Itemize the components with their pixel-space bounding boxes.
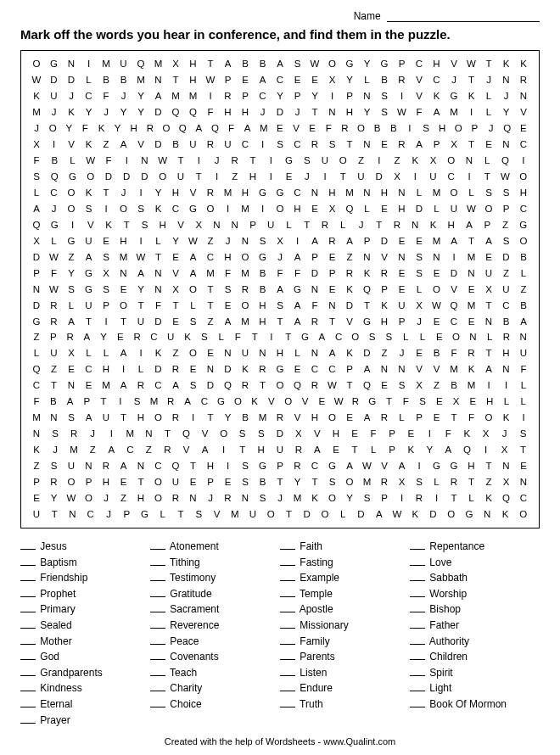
grid-cell: H	[465, 458, 479, 474]
word-checkbox-line[interactable]	[280, 549, 295, 550]
word-item: Temple	[280, 586, 410, 602]
grid-cell: R	[48, 314, 61, 330]
word-checkbox-line[interactable]	[280, 596, 295, 597]
word-checkbox-line[interactable]	[20, 644, 36, 645]
word-checkbox-line[interactable]	[150, 675, 165, 676]
word-checkbox-line[interactable]	[280, 628, 295, 629]
word-checkbox-line[interactable]	[410, 644, 425, 645]
grid-cell: O	[482, 201, 496, 217]
word-checkbox-line[interactable]	[150, 659, 165, 660]
word-checkbox-line[interactable]	[20, 565, 36, 566]
grid-cell: S	[221, 282, 235, 298]
name-input-line[interactable]	[387, 21, 540, 22]
word-checkbox-line[interactable]	[150, 612, 165, 612]
grid-cell: T	[204, 282, 217, 298]
grid-cell: R	[143, 120, 157, 137]
word-label: Apostle	[297, 603, 333, 615]
grid-cell: P	[343, 88, 356, 104]
word-checkbox-line[interactable]	[410, 659, 425, 660]
word-checkbox-line[interactable]	[410, 628, 425, 629]
word-checkbox-line[interactable]	[410, 549, 425, 550]
grid-cell: Z	[390, 153, 404, 169]
word-checkbox-line[interactable]	[280, 675, 295, 676]
word-checkbox-line[interactable]	[20, 628, 36, 629]
grid-cell: O	[152, 410, 165, 426]
word-checkbox-line[interactable]	[280, 659, 295, 660]
grid-cell: S	[412, 474, 426, 490]
grid-cell: L	[361, 72, 374, 88]
grid-cell: O	[318, 506, 332, 523]
word-checkbox-line[interactable]	[280, 565, 295, 566]
grid-cell: I	[192, 153, 205, 169]
word-checkbox-line[interactable]	[20, 612, 36, 612]
grid-cell: G	[138, 506, 152, 523]
word-item: Teach	[150, 665, 280, 681]
grid-cell: V	[174, 217, 188, 233]
grid-cell: Q	[169, 104, 182, 120]
word-checkbox-line[interactable]	[410, 596, 425, 597]
word-label: Truth	[297, 698, 323, 710]
grid-cell: H	[187, 72, 200, 88]
word-checkbox-line[interactable]	[410, 707, 425, 707]
word-checkbox-line[interactable]	[20, 659, 36, 660]
word-checkbox-line[interactable]	[410, 691, 425, 691]
grid-cell: H	[308, 410, 322, 426]
word-checkbox-line[interactable]	[20, 549, 36, 550]
word-checkbox-line[interactable]	[20, 596, 36, 597]
word-checkbox-line[interactable]	[150, 691, 165, 691]
grid-cell: X	[326, 201, 339, 217]
grid-cell: Z	[30, 329, 43, 345]
grid-cell: D	[300, 506, 314, 523]
word-checkbox-line[interactable]	[280, 691, 295, 691]
grid-cell: A	[64, 314, 78, 330]
grid-cell: T	[248, 329, 261, 345]
grid-cell: E	[517, 120, 530, 137]
word-checkbox-line[interactable]	[20, 723, 36, 724]
grid-cell: U	[48, 88, 61, 104]
word-checkbox-line[interactable]	[280, 707, 295, 707]
word-checkbox-line[interactable]	[150, 580, 165, 581]
grid-cell: F	[367, 426, 380, 442]
grid-cell: G	[215, 394, 228, 410]
word-checkbox-line[interactable]	[150, 644, 165, 645]
word-checkbox-line[interactable]	[150, 628, 165, 629]
grid-cell: H	[255, 442, 268, 458]
grid-cell: Z	[355, 153, 368, 169]
word-checkbox-line[interactable]	[410, 580, 425, 581]
grid-cell: F	[99, 88, 113, 104]
word-checkbox-line[interactable]	[280, 580, 295, 581]
grid-cell: O	[343, 474, 356, 490]
grid-cell: B	[430, 345, 444, 361]
grid-cell: N	[48, 410, 61, 426]
word-checkbox-line[interactable]	[20, 580, 36, 581]
grid-row: ZSUNRANCQTHISGPRCGAWVAIGGHTNE	[25, 458, 535, 474]
grid-cell: U	[82, 233, 96, 249]
word-checkbox-line[interactable]	[150, 549, 165, 550]
grid-cell: O	[82, 490, 96, 506]
word-checkbox-line[interactable]	[20, 707, 36, 707]
grid-cell: A	[117, 378, 131, 394]
grid-cell: N	[500, 361, 513, 378]
grid-cell: V	[412, 72, 426, 88]
grid-cell: H	[238, 185, 252, 201]
word-checkbox-line[interactable]	[410, 565, 425, 566]
grid-cell: J	[210, 153, 224, 169]
grid-row: MJKYJYYDQQFHHJDJTNHYSWFAMILYV	[25, 104, 535, 120]
word-checkbox-line[interactable]	[150, 565, 165, 566]
word-checkbox-line[interactable]	[20, 691, 36, 691]
word-checkbox-line[interactable]	[410, 612, 425, 612]
grid-cell: R	[291, 458, 305, 474]
grid-cell: I	[265, 329, 278, 345]
word-item: Prophet	[20, 586, 150, 602]
word-checkbox-line[interactable]	[410, 675, 425, 676]
grid-cell: S	[48, 458, 61, 474]
grid-cell: C	[82, 361, 96, 378]
grid-cell: Y	[291, 474, 305, 490]
grid-cell: T	[152, 249, 165, 266]
word-checkbox-line[interactable]	[280, 644, 295, 645]
word-checkbox-line[interactable]	[20, 675, 36, 676]
word-checkbox-line[interactable]	[280, 612, 295, 612]
word-checkbox-line[interactable]	[150, 707, 165, 707]
word-checkbox-line[interactable]	[150, 596, 165, 597]
word-label: Authority	[427, 635, 469, 647]
